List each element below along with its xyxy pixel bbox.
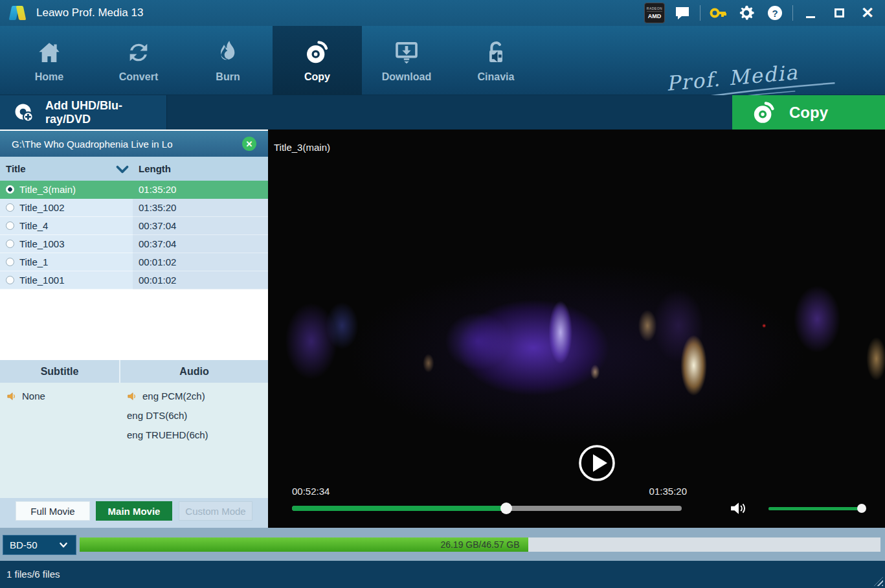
feedback-icon[interactable] xyxy=(671,2,693,24)
table-row[interactable]: Title_1002 01:35:20 xyxy=(0,199,268,217)
volume-slider[interactable] xyxy=(768,507,862,510)
speaker-icon xyxy=(127,391,138,401)
titlebar-separator xyxy=(792,5,793,21)
status-bar: 1 files/6 files xyxy=(0,561,885,588)
radio-icon[interactable] xyxy=(6,276,14,284)
convert-icon xyxy=(125,39,152,66)
speaker-icon xyxy=(6,391,17,401)
tab-cinavia[interactable]: Cinavia xyxy=(451,26,541,95)
tab-convert[interactable]: Convert xyxy=(94,26,183,95)
playing-title-label: Title_3(main) xyxy=(274,142,330,153)
video-preview[interactable]: Title_3(main) 00:52:34 01:35:20 xyxy=(268,130,885,528)
amd-radeon-badge-icon: RADEON AMD xyxy=(644,3,665,23)
play-button[interactable] xyxy=(577,444,616,482)
disc-header: G:\The Who Quadrophenia Live in Lo ✕ xyxy=(0,131,268,157)
copy-mode-row: Full Movie Main Movie Custom Mode xyxy=(0,498,268,528)
title-column-label: Title xyxy=(6,163,26,174)
start-copy-button[interactable]: Copy xyxy=(732,95,885,130)
volume-fill xyxy=(768,507,862,510)
capacity-label: 26.19 GB/46.57 GB xyxy=(80,537,880,552)
register-key-icon[interactable] xyxy=(707,2,729,24)
radio-icon[interactable] xyxy=(6,240,14,248)
sort-chevron-icon[interactable] xyxy=(114,161,131,177)
disc-panel: G:\The Who Quadrophenia Live in Lo ✕ Tit… xyxy=(0,130,268,528)
cinavia-unlock-icon xyxy=(482,39,510,66)
copy-disc-icon xyxy=(304,39,331,66)
radio-icon[interactable] xyxy=(6,221,14,230)
titlebar-separator xyxy=(700,5,700,21)
seek-bar[interactable] xyxy=(292,506,682,511)
file-count-status: 1 files/6 files xyxy=(6,569,60,580)
audio-header-label: Audio xyxy=(120,360,268,383)
disc-type-label: BD-50 xyxy=(10,539,38,550)
total-time-label: 01:35:20 xyxy=(647,486,687,497)
add-source-button[interactable]: Add UHD/Blu-ray/DVD xyxy=(0,95,167,130)
minimize-button[interactable] xyxy=(800,2,822,24)
download-icon xyxy=(393,39,420,66)
burn-flame-icon xyxy=(214,39,241,66)
disc-type-dropdown[interactable]: BD-50 xyxy=(3,535,76,555)
capacity-band: BD-50 26.19 GB/46.57 GB xyxy=(0,528,885,561)
tab-burn[interactable]: Burn xyxy=(183,26,273,95)
seek-fill xyxy=(292,506,506,511)
capacity-progress-bar: 26.19 GB/46.57 GB xyxy=(80,537,880,552)
custom-mode-button[interactable]: Custom Mode xyxy=(179,501,252,521)
main-navigation: Home Convert Burn Copy xyxy=(0,26,885,95)
tab-download[interactable]: Download xyxy=(362,26,451,95)
radio-icon[interactable] xyxy=(6,203,14,212)
seek-thumb[interactable] xyxy=(500,503,512,514)
home-icon xyxy=(36,39,63,66)
close-button[interactable]: ✕ xyxy=(857,2,879,24)
help-icon[interactable]: ? xyxy=(764,2,786,24)
tracks-header: Subtitle Audio xyxy=(0,360,268,383)
subtitle-item[interactable]: None xyxy=(6,390,45,401)
disc-path-label: G:\The Who Quadrophenia Live in Lo xyxy=(12,139,225,150)
volume-thumb[interactable] xyxy=(857,504,866,513)
settings-gear-icon[interactable] xyxy=(735,2,757,24)
svg-text:?: ? xyxy=(772,8,778,19)
radio-selected-icon[interactable] xyxy=(6,185,14,194)
window-title: Leawo Prof. Media 13 xyxy=(36,6,143,19)
maximize-button[interactable] xyxy=(828,2,850,24)
table-row[interactable]: Title_1001 00:01:02 xyxy=(0,271,268,289)
main-movie-button[interactable]: Main Movie xyxy=(96,501,172,521)
table-row[interactable]: Title_4 00:37:04 xyxy=(0,217,268,235)
subtitle-header-label: Subtitle xyxy=(0,360,120,383)
full-movie-button[interactable]: Full Movie xyxy=(16,501,90,521)
chevron-down-icon xyxy=(59,541,68,549)
volume-icon[interactable] xyxy=(729,500,748,517)
add-disc-icon xyxy=(13,102,35,124)
remove-disc-icon[interactable]: ✕ xyxy=(242,137,256,151)
add-source-label: Add UHD/Blu-ray/DVD xyxy=(45,99,166,126)
tab-home[interactable]: Home xyxy=(5,26,94,95)
current-time-label: 00:52:34 xyxy=(292,486,330,497)
start-copy-label: Copy xyxy=(732,104,885,122)
audio-item[interactable]: eng DTS(6ch) xyxy=(127,410,187,421)
table-row[interactable]: Title_1 00:01:02 xyxy=(0,253,268,271)
titlebar: Leawo Prof. Media 13 RADEON AMD ? ✕ xyxy=(0,0,885,26)
radio-icon[interactable] xyxy=(6,258,14,266)
app-window: Leawo Prof. Media 13 RADEON AMD ? ✕ xyxy=(0,0,885,588)
audio-item[interactable]: eng TRUEHD(6ch) xyxy=(127,429,208,440)
length-column-label: Length xyxy=(133,163,171,174)
video-frame xyxy=(268,227,885,447)
table-row[interactable]: Title_1003 00:37:04 xyxy=(0,235,268,253)
titles-table: Title_3(main) 01:35:20 Title_1002 01:35:… xyxy=(0,181,268,289)
audio-item[interactable]: eng PCM(2ch) xyxy=(127,390,205,401)
tab-copy[interactable]: Copy xyxy=(273,26,362,95)
table-row[interactable]: Title_3(main) 01:35:20 xyxy=(0,181,268,199)
titles-column-header: Title Length xyxy=(0,157,268,181)
resize-grip[interactable] xyxy=(874,577,883,586)
action-toolbar: Add UHD/Blu-ray/DVD Copy xyxy=(0,95,885,130)
leawo-logo-icon xyxy=(9,5,28,21)
